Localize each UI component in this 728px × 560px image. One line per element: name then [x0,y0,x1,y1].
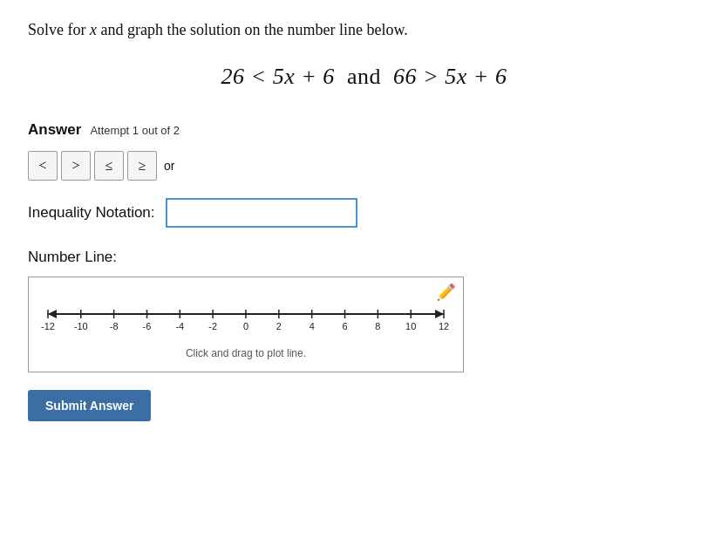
drag-hint: Click and drag to plot line. [39,347,452,359]
svg-text:10: 10 [405,321,416,331]
number-line-svg[interactable]: -12 -10 -8 -6 -4 -2 0 2 4 [39,290,452,342]
symbol-buttons-group: < > ≤ ≥ or [28,151,700,181]
svg-text:8: 8 [375,321,380,331]
inequality-notation-row: Inequality Notation: [28,198,700,228]
svg-text:-2: -2 [208,321,217,331]
svg-text:-10: -10 [74,321,88,331]
instructions-text: Solve for x and graph the solution on th… [28,21,700,39]
greater-than-button[interactable]: > [61,151,91,181]
pencil-icon: ✏️ [437,283,456,302]
attempt-text: Attempt 1 out of 2 [90,124,180,137]
svg-text:0: 0 [243,321,248,331]
svg-text:-4: -4 [175,321,184,331]
svg-text:-12: -12 [41,321,55,331]
svg-marker-2 [435,310,444,318]
answer-header: Answer Attempt 1 out of 2 [28,121,700,139]
svg-text:12: 12 [439,321,449,331]
svg-text:6: 6 [342,321,347,331]
svg-text:-6: -6 [143,321,152,331]
submit-button[interactable]: Submit Answer [28,390,151,421]
or-label: or [164,159,174,173]
svg-text:2: 2 [276,321,282,331]
svg-marker-1 [48,310,57,318]
svg-text:4: 4 [310,321,315,331]
math-expression: 26 < 5x + 6 and 66 > 5x + 6 [28,64,700,90]
inequality-notation-input[interactable] [166,198,357,228]
number-line-container[interactable]: ✏️ -12 -10 -8 -6 -4 -2 [28,277,464,372]
answer-label: Answer [28,121,81,139]
svg-text:-8: -8 [110,321,119,331]
inequality-notation-label: Inequality Notation: [28,204,155,222]
less-equal-button[interactable]: ≤ [94,151,124,181]
number-line-label: Number Line: [28,249,700,266]
greater-equal-button[interactable]: ≥ [127,151,157,181]
less-than-button[interactable]: < [28,151,58,181]
